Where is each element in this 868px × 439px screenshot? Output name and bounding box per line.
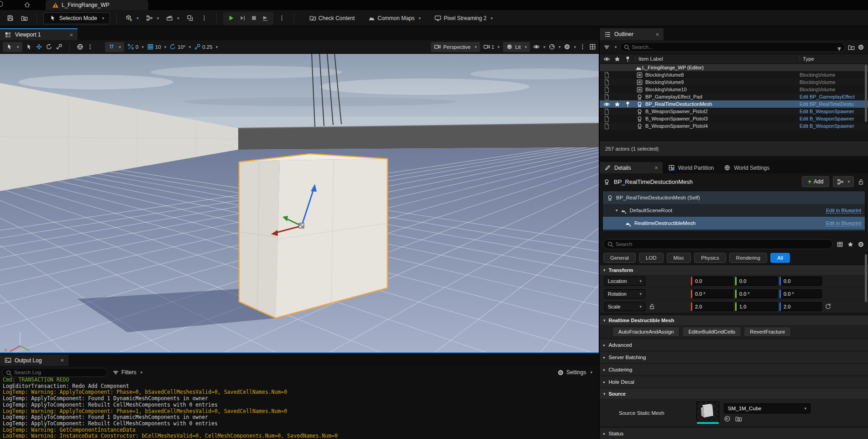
star-column-icon[interactable] — [614, 56, 621, 63]
viewmode-options-dropdown[interactable]: ▾ — [549, 43, 561, 50]
blueprint-edit-dropdown[interactable]: ▾ — [833, 176, 854, 187]
outliner-row[interactable]: BP_GameplayEffect_PadEdit BP_GameplayEff… — [600, 93, 868, 100]
add-component-button[interactable]: + Add — [802, 176, 830, 187]
maximize-viewport-icon[interactable] — [589, 43, 596, 50]
use-selected-asset-icon[interactable] — [724, 415, 731, 422]
scale-dropdown[interactable]: Scale▾ — [604, 302, 645, 311]
close-icon[interactable]: × — [69, 31, 73, 38]
camera-speed-dropdown[interactable]: 1▾ — [483, 43, 500, 50]
details-search-input[interactable] — [603, 239, 833, 249]
component-tree-row[interactable]: ▾DefaultSceneRootEdit in Blueprint — [603, 204, 865, 217]
launch-button[interactable] — [262, 15, 269, 21]
section-advanced[interactable]: ▸Advanced — [600, 339, 868, 351]
component-tree-row[interactable]: RealtimeDestructibleMeshEdit in Blueprin… — [603, 217, 865, 230]
log-settings-dropdown[interactable]: Settings ▾ — [557, 369, 592, 376]
chevron-down-icon[interactable]: ▾ — [616, 208, 618, 213]
move-tool-button[interactable] — [36, 43, 42, 50]
tab-outliner[interactable]: Outliner × — [600, 28, 664, 40]
grid-snap-toggle[interactable]: 10▾ — [147, 43, 166, 50]
level-tab[interactable]: L_FiringRange_WP — [46, 0, 148, 10]
item-label-column[interactable]: Item Label — [635, 56, 800, 62]
filter-tab-general[interactable]: General — [603, 253, 636, 263]
filter-tab-rendering[interactable]: Rendering — [729, 253, 767, 263]
filter-tab-physics[interactable]: Physics — [694, 253, 726, 263]
visibility-column-icon[interactable] — [603, 56, 610, 63]
blueprints-button[interactable]: ▾ — [144, 13, 162, 23]
section-status[interactable]: ▸Status — [600, 427, 868, 439]
tab-viewport-1[interactable]: Viewport 1 × — [0, 28, 78, 40]
chevron-down-icon[interactable]: ▾ — [615, 45, 617, 49]
close-icon[interactable]: × — [60, 357, 64, 364]
edit-in-blueprint-link[interactable]: Edit in Blueprint — [826, 220, 861, 226]
close-icon[interactable]: × — [654, 164, 658, 171]
edit-blueprint-link[interactable]: Edit B_WeaponSpawner — [800, 109, 868, 114]
static-mesh-combobox[interactable]: SM_1M_Cube ▾ — [724, 403, 810, 413]
edit-blueprint-link[interactable]: Edit B_WeaponSpawner — [800, 123, 868, 129]
log-lines[interactable]: Cmd: TRANSACTION REDOLogEditorTransactio… — [0, 377, 599, 438]
common-maps-dropdown[interactable]: Common Maps ▾ — [366, 13, 423, 23]
editor-modes-icon[interactable] — [184, 13, 196, 23]
play-button[interactable] — [228, 15, 235, 21]
viewport-3d-scene[interactable]: z x — [0, 54, 599, 352]
play-options-icon[interactable] — [276, 13, 288, 23]
location-y-field[interactable]: 0.0 — [735, 277, 778, 286]
outliner-row[interactable]: BlockingVolume10BlockingVolume — [600, 86, 868, 93]
section-source[interactable]: ▾Source — [600, 388, 868, 399]
perspective-dropdown[interactable]: Perspective▾ — [431, 42, 480, 52]
more-options-icon[interactable] — [199, 13, 210, 23]
outliner-row[interactable]: BP_RealTimeDestuctionMeshEdit BP_RealTim… — [600, 100, 868, 108]
editorbuildgridcells-button[interactable]: EditorBuildGridCells — [682, 327, 741, 337]
world-coordinate-icon[interactable] — [77, 43, 84, 50]
select-tool-button[interactable] — [26, 43, 32, 50]
outliner-settings-icon[interactable] — [858, 44, 864, 51]
tab-details[interactable]: Details × — [600, 162, 663, 173]
pixel-streaming-dropdown[interactable]: Pixel Streaming 2 ▾ — [432, 13, 495, 23]
frame-skip-button[interactable] — [239, 15, 246, 21]
check-content-button[interactable]: Check Content — [307, 13, 357, 23]
outliner-row[interactable]: BlockingVolume8BlockingVolume — [600, 71, 868, 78]
tab-world-settings[interactable]: World Settings — [719, 162, 774, 173]
display-options-icon[interactable] — [837, 241, 843, 248]
scale-snap-toggle[interactable]: 0.25▾ — [194, 43, 218, 50]
viewport-mode-dropdown[interactable]: ▾ — [3, 42, 22, 52]
surface-snap-dropdown[interactable]: ▾ — [105, 42, 125, 52]
rotation-x-field[interactable]: 0.0 ° — [691, 289, 733, 298]
selected-cube-mesh[interactable] — [239, 154, 387, 318]
location-dropdown[interactable]: Location▾ — [604, 277, 645, 286]
transform-options-icon[interactable] — [87, 43, 94, 50]
location-z-field[interactable]: 0.0 — [779, 277, 822, 286]
scale-tool-button[interactable] — [56, 43, 63, 50]
add-actor-button[interactable]: ▾ — [123, 13, 141, 23]
section-transform[interactable]: ▾Transform — [600, 265, 868, 275]
log-search-input[interactable] — [2, 368, 108, 377]
actor-snap-toggle[interactable]: 0▾ — [127, 43, 144, 50]
rotation-snap-toggle[interactable]: 10°▾ — [169, 43, 191, 50]
outliner-search-input[interactable]: ▾ — [620, 42, 845, 52]
details-search-field[interactable] — [616, 241, 822, 247]
chevron-down-icon[interactable]: ▾ — [837, 44, 841, 53]
static-mesh-thumbnail[interactable] — [696, 402, 719, 424]
log-search-field[interactable] — [14, 368, 103, 376]
outliner-scrollbar[interactable] — [865, 65, 867, 122]
favorites-icon[interactable] — [847, 241, 854, 248]
close-icon[interactable]: × — [655, 31, 659, 38]
section-server-batching[interactable]: ▸Server Batching — [600, 351, 868, 363]
content-browser-button[interactable] — [19, 13, 30, 23]
component-tree-row[interactable]: BP_RealTimeDestuctionMesh (Self) — [603, 191, 865, 204]
save-button[interactable] — [5, 13, 16, 23]
details-settings-icon[interactable] — [858, 241, 864, 248]
outliner-filter-icon[interactable] — [603, 44, 610, 51]
section-realtime-destructible-mesh[interactable]: ▾Realtime Destructible Mesh — [600, 315, 868, 325]
rotation-z-field[interactable]: 0.0 ° — [779, 289, 822, 298]
scale-x-field[interactable]: 2.0 — [691, 302, 733, 311]
lock-icon[interactable] — [858, 178, 864, 185]
browse-to-asset-icon[interactable] — [735, 415, 742, 422]
section-hole-decal[interactable]: ▸Hole Decal — [600, 376, 868, 388]
filter-tab-lod[interactable]: LOD — [639, 253, 664, 263]
outliner-row-world[interactable]: L_FiringRange_WP (Editor) — [600, 64, 868, 71]
viewport-settings-dropdown[interactable]: ▾ — [564, 43, 576, 50]
outliner-row[interactable]: B_WeaponSpawner_Pistol3Edit B_WeaponSpaw… — [600, 115, 868, 122]
revertfracture-button[interactable]: RevertFracture — [744, 327, 791, 337]
tab-world-partition[interactable]: World Partition — [664, 162, 718, 173]
outliner-row[interactable]: B_WeaponSpawner_Pistol4Edit B_WeaponSpaw… — [600, 122, 868, 130]
